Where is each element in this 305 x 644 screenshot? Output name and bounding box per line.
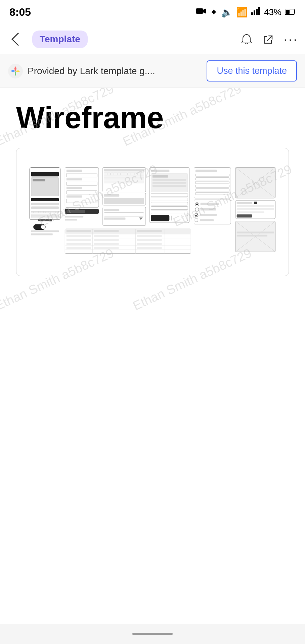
- svg-rect-109: [237, 208, 274, 210]
- svg-rect-2: [254, 10, 255, 15]
- svg-rect-72: [152, 179, 186, 180]
- svg-rect-79: [151, 211, 188, 214]
- wireframe-preview-image: [27, 158, 278, 266]
- status-time: 8:05: [9, 6, 31, 18]
- nav-bar: Template ···: [0, 24, 305, 54]
- bottom-indicator: [132, 633, 173, 635]
- svg-rect-0: [196, 8, 203, 14]
- svg-rect-30: [38, 219, 52, 221]
- share-icon[interactable]: [262, 33, 274, 45]
- svg-rect-77: [151, 202, 188, 205]
- battery-icon: [285, 7, 296, 17]
- back-button[interactable]: [7, 29, 27, 49]
- svg-rect-123: [67, 235, 91, 237]
- bluetooth-icon: ✦: [210, 7, 218, 18]
- svg-rect-38: [67, 196, 82, 198]
- provider-text: Provided by Lark template g....: [28, 66, 155, 76]
- svg-rect-74: [152, 185, 186, 187]
- svg-rect-99: [200, 219, 214, 221]
- svg-rect-129: [137, 239, 162, 241]
- svg-rect-67: [104, 217, 125, 219]
- svg-rect-81: [172, 215, 188, 221]
- svg-rect-87: [195, 185, 229, 187]
- back-arrow-icon: [11, 33, 25, 46]
- template-badge: Template: [32, 31, 88, 48]
- svg-rect-86: [195, 181, 229, 184]
- svg-rect-49: [104, 181, 144, 183]
- status-icons: ✦ 🔈 📶 43%: [196, 7, 296, 18]
- svg-rect-10: [31, 172, 59, 176]
- svg-rect-48: [104, 178, 144, 180]
- svg-point-92: [196, 203, 198, 205]
- svg-rect-83: [195, 170, 217, 172]
- svg-rect-73: [152, 182, 186, 183]
- svg-rect-115: [237, 232, 274, 233]
- signal-icon: [251, 7, 261, 17]
- svg-rect-69: [151, 170, 169, 172]
- bottom-bar: [0, 624, 305, 644]
- page-title: Wireframe: [16, 101, 289, 135]
- svg-rect-32: [67, 170, 82, 172]
- svg-rect-1: [251, 12, 253, 15]
- svg-rect-33: [67, 173, 97, 177]
- svg-rect-84: [195, 174, 229, 176]
- status-bar: 8:05 ✦ 🔈 📶 43%: [0, 0, 305, 24]
- svg-rect-66: [104, 213, 144, 216]
- svg-rect-108: [237, 205, 274, 207]
- svg-rect-131: [67, 243, 91, 245]
- svg-rect-88: [195, 189, 229, 191]
- svg-rect-34: [67, 178, 82, 180]
- svg-rect-15: [31, 207, 59, 209]
- svg-rect-65: [104, 209, 119, 211]
- preview-card: [16, 148, 289, 276]
- svg-point-94: [195, 208, 199, 211]
- svg-rect-76: [151, 198, 188, 201]
- svg-rect-137: [137, 247, 162, 249]
- svg-rect-135: [67, 247, 91, 249]
- svg-rect-124: [94, 235, 119, 237]
- svg-rect-98: [195, 219, 198, 222]
- svg-rect-14: [31, 203, 59, 205]
- svg-rect-110: [237, 211, 264, 213]
- svg-rect-106: [237, 202, 252, 204]
- svg-rect-37: [67, 191, 97, 194]
- svg-rect-12: [33, 179, 45, 181]
- svg-rect-6: [294, 10, 295, 13]
- svg-point-143: [41, 225, 45, 229]
- svg-rect-116: [237, 235, 267, 236]
- svg-rect-145: [31, 233, 53, 235]
- svg-rect-111: [237, 214, 252, 217]
- svg-rect-71: [152, 175, 168, 177]
- svg-rect-4: [258, 7, 260, 15]
- battery-indicator: 43%: [264, 7, 281, 17]
- svg-rect-144: [31, 230, 59, 232]
- more-options-icon[interactable]: ···: [284, 31, 298, 47]
- svg-rect-95: [201, 208, 216, 210]
- use-template-button[interactable]: Use this template: [207, 60, 297, 82]
- svg-rect-16: [31, 211, 59, 213]
- wifi-icon: 📶: [236, 7, 248, 18]
- svg-rect-120: [94, 230, 119, 232]
- svg-rect-128: [94, 239, 119, 241]
- template-provider: Provided by Lark template g....: [8, 64, 207, 78]
- svg-rect-18: [31, 216, 59, 218]
- svg-rect-7: [286, 10, 290, 14]
- svg-rect-3: [256, 9, 258, 15]
- svg-rect-39: [67, 199, 97, 203]
- svg-rect-125: [137, 235, 162, 237]
- mute-icon: 🔈: [221, 7, 233, 18]
- nav-left: Template: [7, 29, 88, 49]
- svg-rect-119: [67, 230, 91, 232]
- svg-rect-45: [104, 169, 144, 171]
- svg-rect-78: [151, 207, 188, 210]
- video-icon: [196, 7, 207, 17]
- svg-rect-107: [254, 202, 257, 204]
- main-content: Ethan Smith a5b8c729Ethan Smith a5b8c729…: [0, 88, 305, 310]
- nav-right: ···: [241, 31, 298, 47]
- svg-rect-133: [137, 243, 162, 245]
- notification-icon[interactable]: [241, 33, 253, 45]
- svg-rect-136: [94, 247, 119, 249]
- svg-rect-80: [151, 215, 169, 221]
- svg-rect-85: [195, 178, 229, 180]
- svg-rect-97: [200, 214, 217, 215]
